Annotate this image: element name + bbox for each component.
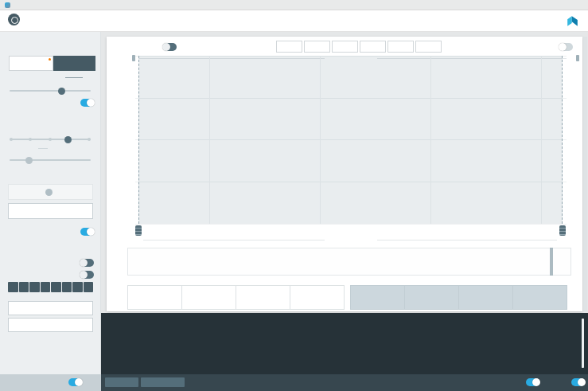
window-stats [127,285,344,310]
live-view-toggle[interactable] [559,43,573,51]
log-panel [101,313,588,374]
stat-window-time [236,285,290,310]
channel-chip-4[interactable] [51,282,61,292]
lock-y-axis-toggle[interactable] [163,43,177,51]
digital-channel-chips [8,282,93,292]
stat-selection-average [350,285,405,310]
range-button-3s[interactable] [332,41,358,53]
channel-chip-1[interactable] [19,282,29,292]
source-meter-button[interactable] [9,56,53,71]
range-button-100ms[interactable] [276,41,302,53]
digital-channels-toggle[interactable] [80,271,94,279]
stat-window-max [181,285,236,310]
save-export-button[interactable] [8,301,93,315]
channel-chip-2[interactable] [29,282,40,292]
range-button-1min[interactable] [387,41,414,53]
minimap-trace [128,248,570,275]
power-output-toggle[interactable] [80,99,94,107]
supply-voltage-slider[interactable] [10,90,91,92]
sample-duration-input[interactable] [38,148,48,149]
clear-log-button[interactable] [105,377,138,387]
selection-end-handle[interactable] [559,225,566,236]
slider-tick [10,138,13,141]
source-meter-indicator [49,58,51,61]
clear-session-button[interactable] [8,203,93,219]
current-trace[interactable] [135,56,567,224]
slider-tick [49,138,52,141]
channel-chip-7[interactable] [84,282,94,292]
ampere-meter-button[interactable] [53,56,95,71]
range-button-1s[interactable] [304,41,330,53]
sample-duration-slider-thumb[interactable] [25,157,33,164]
power-profiler-window [0,0,588,391]
stat-selection-max [404,285,459,310]
start-button[interactable] [8,184,93,200]
stat-selection-charge [512,285,567,310]
main-scrollbar[interactable] [583,37,587,311]
minimap[interactable] [127,248,571,276]
channel-chip-5[interactable] [62,282,72,292]
gridline [135,224,567,225]
show-minimap-toggle[interactable] [80,228,94,236]
show-log-toggle[interactable] [571,378,585,386]
stat-selection-time [458,285,513,310]
timestamps-toggle[interactable] [80,259,94,267]
selection-stats [350,285,567,310]
play-icon [45,189,53,196]
show-side-panel-toggle[interactable] [68,378,82,386]
window-right-handle[interactable] [576,55,579,61]
channel-chip-0[interactable] [8,282,18,292]
minimap-view-slider[interactable] [550,248,553,276]
range-button-10min[interactable] [415,41,442,53]
supply-voltage-input[interactable] [65,77,83,78]
title-bar [0,0,588,10]
bottom-bar-left [0,374,101,391]
stat-window-charge [290,285,345,310]
supply-voltage-slider-thumb[interactable] [58,88,65,95]
nordic-logo [565,14,580,29]
sample-rate-slider-thumb[interactable] [64,136,72,143]
open-log-file-button[interactable] [141,377,185,387]
device-icon[interactable] [8,14,20,25]
autoscroll-log-toggle[interactable] [526,378,539,386]
app-icon [5,2,10,8]
slider-tick [88,138,91,141]
log-scrollbar[interactable] [582,319,584,368]
channel-chip-6[interactable] [72,282,83,292]
selection-delta-line-right [377,240,557,240]
sample-duration-slider[interactable] [10,159,91,161]
app-header [0,10,588,32]
selection-start-handle[interactable] [135,225,142,236]
stat-window-average [127,285,182,310]
screenshot-button[interactable] [8,318,93,332]
selection-delta-line-left [143,240,325,240]
channel-chip-3[interactable] [41,282,51,292]
sample-rate-slider[interactable] [10,139,91,140]
range-button-10s[interactable] [360,41,386,53]
